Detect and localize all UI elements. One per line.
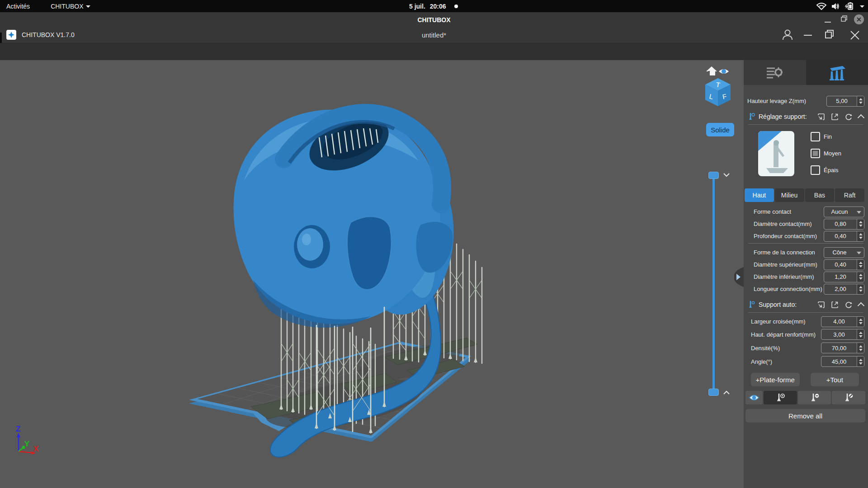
lift-height-spinner[interactable]: 5,00 [826,96,864,107]
support-weight-checkboxes: Fin Moyen Épais [811,131,841,182]
field-label: Densité(%) [751,345,780,352]
z-clip-slider [705,168,732,403]
spinner-arrows-icon[interactable] [857,329,864,339]
slider-handle-bottom[interactable] [708,389,719,396]
field-label: Angle(°) [751,358,772,365]
chevron-down-icon [857,211,861,214]
add-support-mode-button[interactable] [764,391,797,404]
spinner-arrows-icon[interactable] [857,219,864,229]
system-status-area[interactable] [816,0,864,12]
remove-all-button[interactable]: Remove all [745,409,865,422]
spinner-arrows-icon[interactable] [857,343,864,353]
add-platform-supports-button[interactable]: +Plate-forme [751,373,800,386]
chevron-down-icon [86,5,90,8]
forme-connection-dropdown[interactable]: Cône [824,247,864,258]
view-navigation[interactable]: T L F [700,65,736,110]
spinner-arrows-icon[interactable] [857,272,864,282]
gnome-top-bar: Activités CHITUBOX 5 juil. 20:06 [0,0,868,12]
document-title: untitled* [0,27,868,43]
field-label: Haut. départ renfort(mm) [751,331,816,338]
clock-button[interactable]: 5 juil. 20:06 [409,0,458,12]
tab-print-settings[interactable] [744,60,806,85]
support-remove-icon [810,393,820,403]
divider [748,124,863,125]
chevron-down-icon[interactable] [722,172,731,178]
window-restore-button[interactable] [841,16,847,21]
section-support-header: Réglage support: [744,110,868,123]
largeur-croisee-spinner[interactable]: 4,00 [821,316,864,327]
import-settings-icon[interactable] [817,301,825,309]
app-restore-button[interactable] [826,30,833,38]
app-menu-button[interactable]: CHITUBOX [44,0,97,12]
tab-haut[interactable]: Haut [745,188,774,202]
toggle-visibility-button[interactable] [745,391,763,404]
volume-icon [831,2,840,10]
view-cube[interactable]: T L F [705,78,731,106]
longueur-connection-spinner[interactable]: 2,00 [824,284,864,295]
slider-handle-top[interactable] [708,172,719,179]
checkbox-moyen[interactable] [811,149,820,158]
section-support-title: Réglage support: [759,113,814,120]
support-part-tabs: Haut Milieu Bas Raft [744,184,868,206]
checkbox-epais[interactable] [811,165,820,175]
diametre-superieur-spinner[interactable]: 0,40 [824,259,864,270]
wifi-icon [816,2,826,10]
spinner-arrows-icon[interactable] [857,96,864,106]
eye-icon [749,394,760,401]
panel-collapse-handle[interactable] [731,267,744,287]
window-close-button[interactable] [854,14,864,24]
reset-icon[interactable] [844,301,853,309]
diametre-inferieur-spinner[interactable]: 1,20 [824,272,864,282]
tab-raft[interactable]: Raft [835,188,864,202]
angle-spinner[interactable]: 45,00 [821,356,864,367]
render-mode-button[interactable]: Solide [706,123,734,136]
home-icon[interactable] [706,66,717,75]
edit-support-mode-button[interactable] [832,391,865,404]
lift-height-value: 5,00 [827,96,857,106]
spinner-arrows-icon[interactable] [857,260,864,270]
import-settings-icon[interactable] [817,113,825,121]
checkbox-row-epais[interactable]: Épais [811,165,841,175]
app-header-bar: CHITUBOX V1.7.0 untitled* [0,27,868,43]
eye-icon[interactable] [719,69,729,74]
reset-icon[interactable] [844,113,853,121]
spinner-arrows-icon[interactable] [857,284,864,294]
diametre-contact-spinner[interactable]: 0,80 [824,219,864,230]
time-label: 20:06 [430,3,446,10]
tab-milieu[interactable]: Milieu [775,188,804,202]
collapse-section-icon[interactable] [858,114,865,121]
support-mode-bar [744,386,868,404]
checkbox-fin[interactable] [811,132,820,141]
field-label: Diamètre supérieur(mm) [754,261,817,268]
axis-x-label: X [33,445,39,453]
field-label: Profondeur contact(mm) [754,233,817,239]
spinner-arrows-icon[interactable] [857,357,864,366]
haut-depart-renfort-spinner[interactable]: 3,00 [821,329,864,340]
delete-support-mode-button[interactable] [798,391,831,404]
checkbox-row-moyen[interactable]: Moyen [811,149,841,158]
collapse-section-icon[interactable] [858,302,865,309]
activities-button[interactable]: Activités [0,0,36,12]
tab-bas[interactable]: Bas [805,188,835,202]
activities-label: Activités [6,3,30,10]
profondeur-contact-spinner[interactable]: 0,40 [824,231,864,242]
export-settings-icon[interactable] [831,301,839,309]
slider-track[interactable] [712,175,715,392]
tab-support-settings[interactable] [806,60,868,85]
support-columns-icon [827,65,846,81]
spinner-arrows-icon[interactable] [857,231,864,241]
app-close-button[interactable] [851,31,859,39]
account-button[interactable] [783,30,792,40]
chevron-up-icon[interactable] [722,390,731,395]
checkbox-row-fin[interactable]: Fin [811,132,841,141]
viewport-3d[interactable]: T L F Solide Z Y X [0,60,744,488]
add-all-supports-button[interactable]: +Tout [811,373,859,386]
chevron-down-icon [860,5,864,8]
export-settings-icon[interactable] [831,113,839,121]
field-label: Longueur connection(mm) [754,286,822,292]
section-auto-title: Support auto: [759,301,814,308]
forme-contact-dropdown[interactable]: Aucun [824,206,864,217]
spinner-arrows-icon[interactable] [857,317,864,327]
densite-spinner[interactable]: 70,00 [821,343,864,353]
field-label: Forme de la connection [754,249,815,256]
